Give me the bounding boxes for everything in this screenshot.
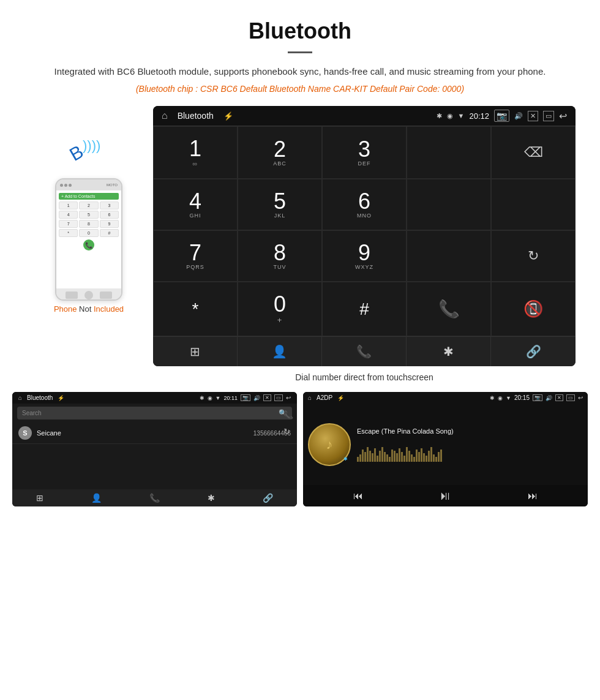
music-win-icon: ▭ — [566, 394, 575, 401]
music-info: Escape (The Pina Colada Song) — [357, 427, 583, 462]
phone-call-btn: 📞 — [83, 239, 94, 250]
wifi-signal-icon: )))) — [83, 138, 100, 154]
pb-side-refresh-icon[interactable]: ↻ — [283, 427, 293, 436]
dial-screen-title: Bluetooth — [178, 111, 214, 121]
music-bt-icon: ✱ — [490, 395, 495, 401]
window-icon[interactable]: ▭ — [543, 111, 554, 121]
key-2[interactable]: 2 ABC — [238, 126, 322, 179]
dial-nav-bar: ⊞ 👤 📞 ✱ 🔗 — [153, 336, 576, 366]
phone-illustration-area: )))) B MOTO + Add to Contacts 123 456 78… — [24, 106, 153, 314]
page-header: Bluetooth Integrated with BC6 Bluetooth … — [0, 0, 600, 100]
key-4[interactable]: 4 GHI — [153, 179, 238, 230]
pb-search-placeholder: Search — [22, 410, 42, 416]
music-prev-btn[interactable]: ⏮ — [353, 491, 363, 502]
home-icon[interactable]: ⌂ — [162, 110, 168, 121]
pb-vol-icon: 🔊 — [253, 395, 260, 401]
volume-icon[interactable]: 🔊 — [514, 112, 523, 120]
music-song-title: Escape (The Pina Colada Song) — [357, 427, 583, 435]
dial-status-bar: ⌂ Bluetooth ⚡ ✱ ◉ ▼ 20:12 📷 🔊 ✕ ▭ ↩ — [153, 106, 576, 126]
pb-nav-apps[interactable]: ⊞ — [36, 493, 43, 503]
pb-search-row: Search 🔍 — [12, 404, 297, 423]
pb-search-bar: Search 🔍 — [17, 407, 292, 420]
pb-time: 20:11 — [223, 395, 238, 401]
key-display-empty-2 — [407, 179, 491, 230]
pb-back-icon: ↩ — [286, 394, 291, 401]
music-bt-badge: ✱ — [343, 456, 348, 462]
dial-keypad: 1 ∞ 2 ABC 3 DEF ⌫ 4 GHI — [153, 126, 576, 336]
pb-status-right: ✱ ◉ ▼ 20:11 📷 🔊 ✕ ▭ ↩ — [200, 394, 291, 401]
music-back-icon: ↩ — [578, 394, 583, 401]
pb-home-icon[interactable]: ⌂ — [18, 394, 22, 401]
phone-screen: + Add to Contacts 123 456 789 *0# 📞 — [56, 190, 121, 288]
key-5[interactable]: 5 JKL — [238, 179, 322, 230]
music-title: A2DP — [317, 394, 332, 401]
key-6[interactable]: 6 MNO — [322, 179, 407, 230]
phone-prefix: Phone — [54, 304, 79, 314]
music-status-left: ⌂ A2DP ⚡ — [308, 394, 344, 401]
pb-nav-link[interactable]: 🔗 — [263, 493, 273, 503]
stop-icon[interactable]: ✕ — [528, 111, 538, 121]
header-description: Integrated with BC6 Bluetooth module, su… — [24, 64, 576, 79]
pb-contact-row[interactable]: S Seicane 13566664466 — [12, 423, 297, 444]
phone-call-buttons: 📞 — [59, 239, 119, 250]
key-call-green[interactable]: 📞 — [407, 282, 491, 336]
music-status-right: ✱ ◉ ▼ 20:15 📷 🔊 ✕ ▭ ↩ — [490, 394, 583, 401]
music-next-btn[interactable]: ⏭ — [528, 491, 538, 502]
music-content: ♪ ✱ Escape (The Pina Colada Song) — [303, 404, 588, 485]
camera-icon[interactable]: 📷 — [494, 110, 509, 122]
dial-nav-bluetooth[interactable]: ✱ — [407, 337, 491, 366]
location-icon: ◉ — [447, 112, 453, 120]
pb-usb-icon: ⚡ — [58, 395, 64, 401]
back-icon[interactable]: ↩ — [559, 110, 567, 122]
pb-side-phone-icon[interactable]: 📞 — [283, 410, 293, 420]
music-controls: ⏮ ⏯ ⏭ — [303, 485, 588, 506]
dial-nav-apps[interactable]: ⊞ — [153, 337, 238, 366]
music-screen: ⌂ A2DP ⚡ ✱ ◉ ▼ 20:15 📷 🔊 ✕ ▭ ↩ — [303, 392, 588, 506]
dial-nav-link[interactable]: 🔗 — [491, 337, 576, 366]
dial-screen: ⌂ Bluetooth ⚡ ✱ ◉ ▼ 20:12 📷 🔊 ✕ ▭ ↩ — [153, 106, 576, 366]
key-0[interactable]: 0 + — [238, 282, 322, 336]
dial-nav-contacts[interactable]: 👤 — [238, 337, 322, 366]
pb-contact-avatar: S — [18, 426, 32, 440]
key-star[interactable]: * — [153, 282, 238, 336]
music-vol-icon: 🔊 — [546, 395, 552, 401]
key-1[interactable]: 1 ∞ — [153, 126, 238, 179]
pb-status-left: ⌂ Bluetooth ⚡ — [18, 394, 64, 401]
pb-status-bar: ⌂ Bluetooth ⚡ ✱ ◉ ▼ 20:11 📷 🔊 ✕ ▭ ↩ — [12, 392, 297, 404]
pb-win-icon: ▭ — [274, 394, 283, 401]
header-specs: (Bluetooth chip : CSR BC6 Default Blueto… — [24, 84, 576, 94]
pb-loc-icon: ◉ — [208, 395, 212, 401]
key-9[interactable]: 9 WXYZ — [322, 230, 407, 282]
key-7[interactable]: 7 PQRS — [153, 230, 238, 282]
page-title: Bluetooth — [24, 18, 576, 44]
key-call-red[interactable]: 📵 — [491, 282, 576, 336]
included-text: Included — [94, 304, 124, 314]
title-divider — [288, 51, 312, 53]
music-x-icon: ✕ — [555, 394, 563, 401]
pb-nav-phone[interactable]: 📞 — [149, 493, 160, 503]
pb-nav-bt[interactable]: ✱ — [208, 493, 215, 503]
music-home-icon[interactable]: ⌂ — [308, 394, 312, 401]
bluetooth-status-icon: ✱ — [437, 112, 442, 120]
phone-mock: MOTO + Add to Contacts 123 456 789 *0# 📞 — [55, 178, 122, 301]
bottom-panels: ⌂ Bluetooth ⚡ ✱ ◉ ▼ 20:11 📷 🔊 ✕ ▭ ↩ — [0, 392, 600, 519]
key-backspace[interactable]: ⌫ — [491, 126, 576, 179]
key-refresh[interactable]: ↻ — [491, 230, 576, 282]
music-eq-visualizer — [357, 437, 583, 462]
phone-bottom-nav — [56, 288, 121, 301]
pb-side-icons: 📞 ↻ — [283, 410, 293, 436]
key-hash[interactable]: # — [322, 282, 407, 336]
dial-nav-phone[interactable]: 📞 — [322, 337, 407, 366]
signal-icon: ▼ — [458, 112, 465, 119]
key-8[interactable]: 8 TUV — [238, 230, 322, 282]
pb-signal-icon: ▼ — [216, 395, 221, 401]
dial-time: 20:12 — [469, 111, 489, 121]
usb-icon: ⚡ — [223, 111, 233, 121]
pb-nav-contact[interactable]: 👤 — [91, 493, 102, 503]
phone-contacts-header: + Add to Contacts — [59, 193, 119, 200]
music-status-bar: ⌂ A2DP ⚡ ✱ ◉ ▼ 20:15 📷 🔊 ✕ ▭ ↩ — [303, 392, 588, 404]
not-text: Not — [79, 304, 94, 314]
music-play-btn[interactable]: ⏯ — [439, 489, 451, 503]
music-cam-icon: 📷 — [533, 394, 542, 401]
key-3[interactable]: 3 DEF — [322, 126, 407, 179]
